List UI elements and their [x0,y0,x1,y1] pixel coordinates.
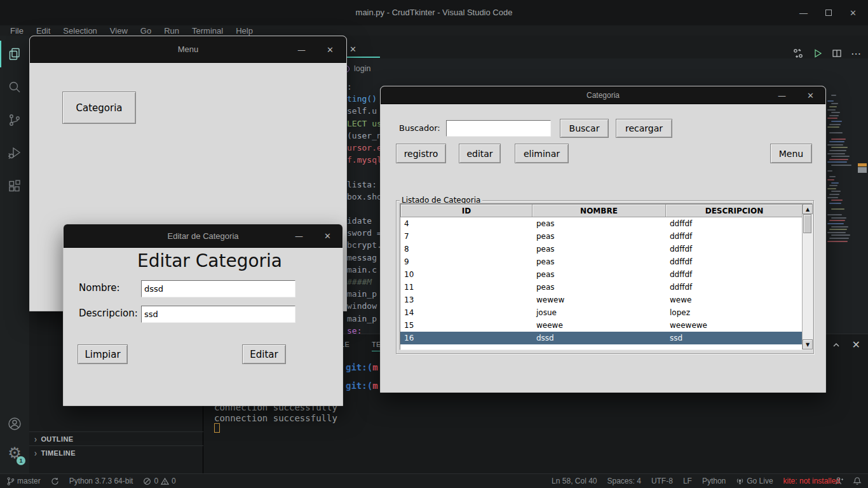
editor-code[interactable]: :ting()self.uLECT us(user_nursor.ef.mysq… [347,81,385,337]
close-panel-icon[interactable]: ✕ [852,339,860,351]
indentation-status[interactable]: Spaces: 4 [607,477,641,485]
minimize-icon[interactable]: — [297,44,306,54]
scrollbar-thumb[interactable] [803,214,811,233]
menubar-item-file[interactable]: File [4,25,30,36]
feedback-icon[interactable] [835,477,844,485]
editar-window-titlebar[interactable]: Editar de Categoria — ✕ [64,224,342,248]
categoria-window-titlebar[interactable]: Categoria — ✕ [381,86,825,104]
categoria-button[interactable]: Categoria [62,92,136,124]
code-line: self.u [347,105,385,117]
close-icon[interactable]: ✕ [327,44,334,54]
menubar-item-edit[interactable]: Edit [30,25,57,36]
limpiar-button[interactable]: Limpiar [78,344,128,364]
table-row[interactable]: 15weeweweewewe [400,319,812,332]
minimize-icon[interactable]: — [778,90,786,100]
eol-status[interactable]: LF [683,477,692,485]
menubar-item-selection[interactable]: Selection [57,25,103,36]
breadcrumb-symbol[interactable]: login [354,64,370,73]
menubar-item-run[interactable]: Run [158,25,186,36]
table-row[interactable]: 10peasddffdf [400,268,812,281]
menubar-item-help[interactable]: Help [229,25,259,36]
encoding-status[interactable]: UTF-8 [651,477,673,485]
close-icon[interactable]: ✕ [324,231,331,241]
minimap[interactable] [827,92,854,254]
table-cell: peas [532,255,666,268]
code-line: main_p [347,313,385,325]
buscador-input[interactable] [446,120,551,137]
table-row[interactable]: 13wewewwewe [400,294,812,306]
descripcion-input[interactable] [141,306,295,323]
python-interpreter-status[interactable]: Python 3.7.3 64-bit [69,477,133,485]
menubar-item-go[interactable]: Go [134,25,158,36]
editar-button[interactable]: editar [459,144,501,163]
more-actions-icon[interactable]: ⋯ [851,48,862,60]
menu-button[interactable]: Menu [770,144,812,163]
table-row[interactable]: 9peasddffdf [400,255,812,268]
scroll-up-icon[interactable]: ▲ [803,204,813,214]
error-icon [143,477,151,485]
table-header-nombre[interactable]: NOMBRE [532,204,666,217]
desktop: main.py - CrudTkinter - Visual Studio Co… [0,0,868,488]
git-branch-status[interactable]: master [6,477,41,486]
nombre-input[interactable] [141,280,295,297]
close-icon[interactable]: ✕ [850,8,857,18]
kite-status[interactable]: kite: not installed [783,477,840,485]
sync-status[interactable] [51,477,59,485]
account-icon[interactable] [0,409,29,438]
table-row[interactable]: 7peasddffdf [400,230,812,243]
categoria-table: IDNOMBREDESCRIPCION 4peasddffdf7peasddff… [400,203,813,350]
code-line: lista: [347,179,385,191]
table-cell: 14 [400,306,532,319]
recargar-button[interactable]: recargar [616,119,672,138]
split-editor-icon[interactable] [832,48,842,58]
table-row[interactable]: 11peasddffdf [400,281,812,294]
table-row[interactable]: 16dssdssd [400,332,812,344]
table-cell: 10 [400,268,532,281]
compare-changes-icon[interactable] [792,48,804,59]
sync-icon [51,477,59,485]
table-row[interactable]: 4peasddffdf [400,217,812,230]
eliminar-button[interactable]: eliminar [515,144,569,163]
editar-window: Editar de Categoria — ✕ Editar Categoria… [63,224,343,406]
run-debug-icon[interactable] [0,139,29,168]
sidebar-section-timeline[interactable]: › TIMELINE [29,445,203,459]
language-mode-status[interactable]: Python [702,477,726,485]
code-line: main.c [347,264,385,276]
tab-close-icon[interactable]: ✕ [349,44,356,54]
explorer-icon[interactable] [0,39,29,69]
categoria-window-title: Categoria [381,86,825,104]
go-live-status[interactable]: Go Live [736,477,773,485]
problems-status[interactable]: 0 0 [143,477,175,485]
code-line: main_p [347,288,385,300]
buscar-button[interactable]: Buscar [560,119,609,138]
menu-window-titlebar[interactable]: Menu — ✕ [30,36,346,63]
notifications-bell-icon[interactable] [853,477,862,485]
table-header-id[interactable]: ID [400,204,532,217]
close-icon[interactable]: ✕ [807,90,814,100]
scroll-down-icon[interactable]: ▼ [803,339,813,349]
menubar-item-view[interactable]: View [104,25,134,36]
search-icon[interactable] [0,72,29,102]
chevron-up-icon[interactable] [832,341,841,349]
warning-icon [161,477,169,485]
editor-scrollbar-thumb[interactable] [858,167,867,173]
run-icon[interactable] [813,48,823,58]
minimize-icon[interactable]: — [295,231,303,241]
menubar-item-terminal[interactable]: Terminal [186,25,229,36]
table-cell: ddffdf [666,255,803,268]
table-header-descripcion[interactable]: DESCRIPCION [666,204,803,217]
extensions-icon[interactable] [0,172,29,201]
editar-submit-button[interactable]: Editar [242,344,286,364]
categoria-window-body: Buscador: Buscar recargar registro edita… [381,104,825,393]
sidebar-section-outline[interactable]: › OUTLINE [29,431,203,445]
restore-icon[interactable] [825,10,832,16]
settings-gear-icon[interactable]: ⚙ 1 [0,438,29,468]
table-scrollbar[interactable]: ▲ ▼ [802,204,812,349]
table-row[interactable]: 8peasddffdf [400,243,812,255]
registro-button[interactable]: registro [396,144,446,163]
minimize-icon[interactable]: — [799,8,808,18]
source-control-icon[interactable] [0,105,29,135]
cursor-position-status[interactable]: Ln 58, Col 40 [552,477,597,485]
table-row[interactable]: 14josuelopez [400,306,812,319]
table-cell: ssd [666,332,803,344]
